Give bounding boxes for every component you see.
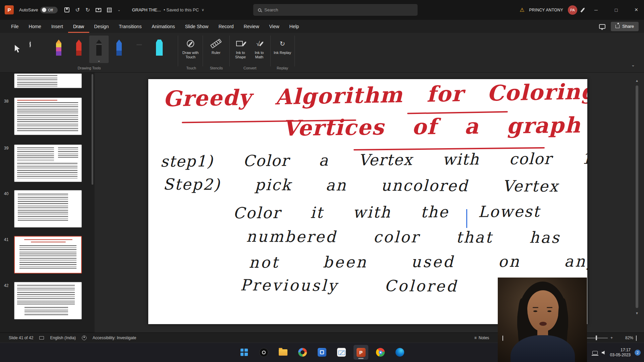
search-icon [258, 8, 261, 12]
collapse-ribbon-icon[interactable]: ⌄ [631, 62, 635, 67]
tab-design[interactable]: Design [89, 20, 114, 33]
mail-app-button[interactable] [334, 345, 349, 360]
pen-multicolor-button[interactable] [49, 36, 68, 63]
thumbnail-ink-lines [17, 102, 78, 132]
lasso-icon [30, 41, 31, 48]
tab-review[interactable]: Review [239, 20, 264, 33]
thumbnail-ink-lines [17, 147, 54, 161]
maximize-button[interactable]: □ [608, 0, 624, 20]
language-label[interactable]: English (India) [50, 336, 76, 340]
present-icon[interactable] [96, 8, 101, 12]
notification-badge[interactable]: 2 [635, 350, 641, 356]
scroll-up-icon[interactable]: ▲ [635, 79, 639, 82]
thumbnail-slide-41-selected[interactable] [14, 236, 82, 274]
thumbnail-slide-40[interactable] [14, 190, 82, 228]
presenter-face [527, 290, 559, 331]
thumbnail-slide-38[interactable] [14, 98, 82, 135]
thumbnail-slide-39[interactable] [14, 144, 82, 182]
ink-to-shape-button[interactable]: Ink to Shape [231, 36, 250, 66]
tab-view[interactable]: View [264, 20, 284, 33]
thumbnail-ink-title [24, 239, 72, 240]
webcam-overlay[interactable] [498, 278, 587, 362]
undo-icon[interactable]: ↺ [75, 7, 79, 13]
taskbar-center-icons: P [237, 345, 407, 360]
vertical-scrollbar[interactable] [636, 85, 638, 308]
redo-icon[interactable]: ↻ [86, 7, 90, 13]
thumbnail-scrollbar[interactable] [92, 74, 93, 185]
slide-grid-icon[interactable] [107, 8, 112, 12]
zoom-percent[interactable]: 82% [618, 333, 633, 343]
title-bar: P AutoSave Off ↺ ↻ ⌄ GRAPH THE... • Save… [0, 0, 644, 20]
notes-button[interactable]: ≡ Notes [474, 333, 489, 343]
zoom-in-button[interactable]: + [610, 333, 613, 343]
start-button[interactable] [237, 345, 252, 360]
tab-record[interactable]: Record [213, 20, 238, 33]
draw-with-touch-button[interactable]: Draw with Touch [181, 36, 200, 66]
notes-icon: ≡ [474, 336, 477, 340]
highlighter-icon [156, 40, 163, 56]
chevron-down-icon[interactable]: ∨ [202, 8, 204, 12]
tab-transitions[interactable]: Transitions [114, 20, 147, 33]
file-explorer-button[interactable] [276, 345, 290, 360]
lasso-select-button[interactable] [30, 42, 41, 52]
display-tray-icon[interactable] [592, 351, 598, 355]
close-button[interactable]: × [629, 0, 644, 20]
pen-black-button-selected[interactable]: ⌄ [89, 36, 109, 63]
volume-icon[interactable] [602, 351, 606, 355]
search-input[interactable] [264, 7, 405, 12]
thumbnail-partial[interactable] [14, 73, 82, 88]
scroll-down-icon[interactable]: ▼ [635, 311, 639, 315]
chrome-app-button[interactable] [373, 345, 388, 360]
pencil-button[interactable] [129, 36, 149, 63]
thumbnail-number: 41 [4, 237, 8, 242]
tab-slide-show[interactable]: Slide Show [180, 20, 213, 33]
ink-to-math-button[interactable]: √ Ink to Math [250, 36, 268, 66]
avatar[interactable]: PA [568, 5, 577, 15]
edge-app-button[interactable] [392, 345, 407, 360]
autosave-control[interactable]: AutoSave Off [19, 7, 58, 13]
powerpoint-logo-icon: P [5, 5, 14, 14]
warning-icon[interactable]: ⚠ [520, 7, 524, 13]
search-box[interactable] [253, 4, 418, 16]
powerpoint-app-button[interactable]: P [354, 345, 368, 360]
highlighter-cyan-button[interactable] [150, 36, 169, 63]
chevron-down-icon[interactable]: ⌄ [98, 59, 100, 62]
blue-app-button[interactable] [315, 345, 329, 360]
photos-app-button[interactable] [295, 345, 310, 360]
accessibility-status[interactable]: Accessibility: Investigate [93, 336, 136, 340]
thumbnail-ink-title [17, 100, 57, 101]
clock[interactable]: 17:17 03-05-2023 [610, 348, 631, 358]
toggle-knob [42, 8, 46, 12]
tab-help[interactable]: Help [284, 20, 304, 33]
proofing-icon[interactable] [39, 336, 44, 340]
tab-animations[interactable]: Animations [147, 20, 180, 33]
thumbnail-slide-42[interactable] [14, 282, 82, 319]
document-title-group[interactable]: GRAPH THE... • Saved to this PC ∨ [132, 7, 204, 12]
camera-app-button[interactable] [256, 345, 271, 360]
fit-slide-button[interactable] [636, 336, 637, 341]
tab-draw[interactable]: Draw [68, 20, 89, 33]
chevron-down-icon[interactable]: ⌄ [117, 8, 120, 12]
group-label-drawing-tools: Drawing Tools [56, 66, 123, 70]
running-app-indicator [358, 358, 364, 359]
inking-pen-icon[interactable] [580, 7, 585, 12]
tab-file[interactable]: File [6, 20, 24, 33]
powerpoint-window: P AutoSave Off ↺ ↻ ⌄ GRAPH THE... • Save… [0, 0, 644, 362]
display-settings-icon [502, 336, 503, 341]
presenter-eye [533, 310, 537, 312]
comments-icon[interactable] [599, 24, 605, 29]
zoom-slider-thumb[interactable] [596, 336, 597, 340]
pen-blue-button[interactable] [109, 36, 129, 63]
share-label: Share [622, 24, 634, 29]
tab-home[interactable]: Home [24, 20, 46, 33]
autosave-toggle[interactable]: Off [40, 7, 58, 13]
display-settings-button[interactable] [502, 336, 503, 341]
save-icon[interactable] [64, 7, 69, 12]
tab-insert[interactable]: Insert [46, 20, 68, 33]
pen-red-button[interactable] [69, 36, 89, 63]
ruler-button[interactable]: Ruler [205, 36, 227, 66]
ink-replay-button[interactable]: ↻ Ink Replay [272, 36, 292, 66]
minimize-button[interactable]: ─ [588, 0, 604, 20]
select-tool-button[interactable] [9, 39, 25, 59]
share-button[interactable]: Share [611, 22, 639, 31]
